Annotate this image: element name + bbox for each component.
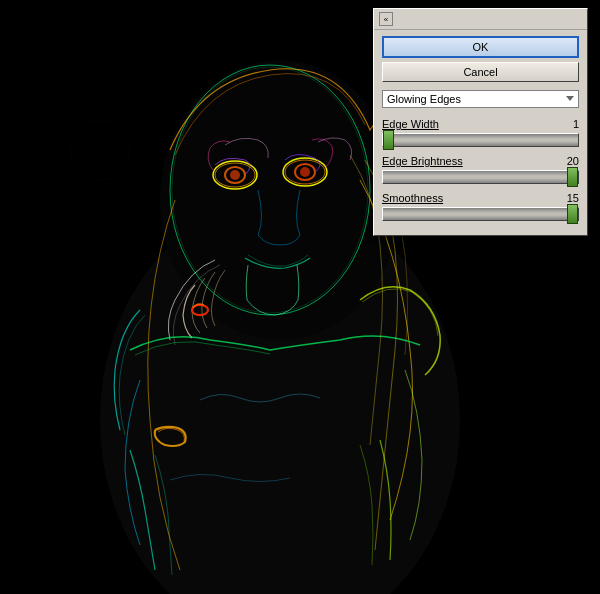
dialog-title-bar: «: [374, 9, 587, 30]
smoothness-label[interactable]: Smoothness: [382, 192, 443, 204]
canvas-area: « OK Cancel Glowing Edges Diffuse Glow S…: [0, 0, 600, 594]
smoothness-value: 15: [559, 192, 579, 204]
edge-brightness-slider-wrapper: [382, 170, 579, 184]
edge-brightness-value: 20: [559, 155, 579, 167]
dialog-buttons: OK Cancel: [382, 36, 579, 82]
edge-width-slider[interactable]: [383, 134, 578, 146]
dialog-content: OK Cancel Glowing Edges Diffuse Glow Sol…: [374, 30, 587, 235]
svg-point-8: [230, 170, 240, 180]
edge-width-row: Edge Width 1: [382, 118, 579, 147]
edge-brightness-header: Edge Brightness 20: [382, 155, 579, 167]
smoothness-slider-wrapper: [382, 207, 579, 221]
smoothness-row: Smoothness 15: [382, 192, 579, 221]
svg-point-12: [300, 167, 310, 177]
edge-brightness-label[interactable]: Edge Brightness: [382, 155, 463, 167]
collapse-button[interactable]: «: [379, 12, 393, 26]
svg-point-2: [160, 60, 400, 340]
cancel-button[interactable]: Cancel: [382, 62, 579, 82]
edge-width-slider-wrapper: [382, 133, 579, 147]
filter-dialog: « OK Cancel Glowing Edges Diffuse Glow S…: [373, 8, 588, 236]
edge-brightness-slider[interactable]: [383, 171, 578, 183]
edge-brightness-row: Edge Brightness 20: [382, 155, 579, 184]
ok-button[interactable]: OK: [382, 36, 579, 58]
smoothness-header: Smoothness 15: [382, 192, 579, 204]
filter-dropdown-row: Glowing Edges Diffuse Glow Solarize Tile…: [382, 90, 579, 108]
filter-dropdown[interactable]: Glowing Edges Diffuse Glow Solarize Tile…: [382, 90, 579, 108]
smoothness-slider[interactable]: [383, 208, 578, 220]
edge-width-header: Edge Width 1: [382, 118, 579, 130]
edge-width-label[interactable]: Edge Width: [382, 118, 439, 130]
edge-width-value: 1: [559, 118, 579, 130]
